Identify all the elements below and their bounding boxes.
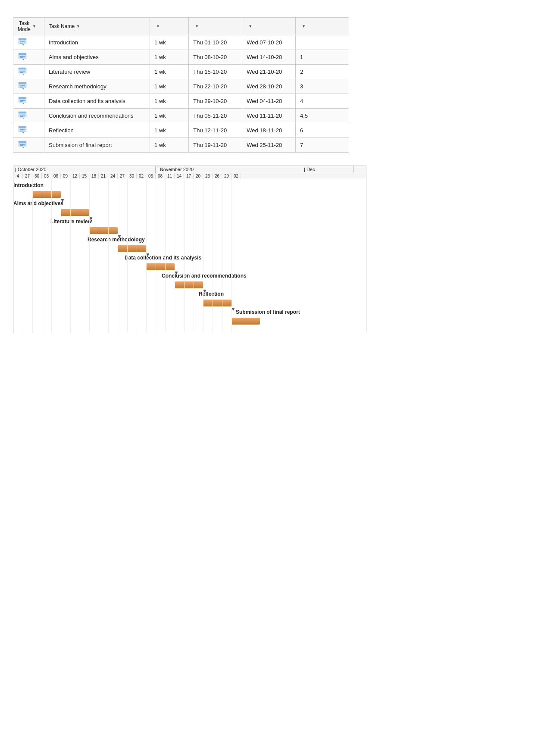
sort-icon-task-mode[interactable]: ▼ — [32, 24, 36, 28]
gantt-day-label: 21 — [99, 173, 108, 179]
gantt-chart: | October 2020| November 2020| Dec 42730… — [13, 166, 366, 333]
task-mode-icon — [18, 53, 27, 60]
gantt-day-label: 27 — [118, 173, 127, 179]
svg-marker-39 — [22, 147, 24, 148]
cell-finish: Wed 18-11-20 — [242, 123, 296, 138]
gantt-bar — [61, 209, 89, 216]
sort-icon-task-name[interactable]: ▼ — [76, 24, 80, 28]
gantt-day-label: 4 — [13, 173, 23, 179]
cell-start: Thu 01-10-20 — [189, 35, 242, 50]
cell-duration: 1 wk — [150, 94, 189, 109]
cell-task-name: Conclusion and recommendations — [44, 109, 150, 123]
gantt-bar — [118, 245, 146, 252]
cell-predecessors — [296, 35, 349, 50]
gantt-day-label: 08 — [156, 173, 165, 179]
gantt-grid-line — [23, 179, 23, 333]
col-header-duration[interactable]: ▼ — [150, 18, 189, 35]
gantt-row: Introduction▼ — [13, 181, 366, 200]
sort-icon-finish[interactable]: ▼ — [248, 24, 252, 28]
cell-task-name: Research methodology — [44, 79, 150, 94]
sort-icon-predecessors[interactable]: ▼ — [302, 24, 306, 28]
cell-duration: 1 wk — [150, 50, 189, 65]
gantt-day-label: 26 — [213, 173, 222, 179]
gantt-grid-line — [70, 179, 71, 333]
gantt-grid-line — [156, 179, 156, 333]
gantt-day-label: 15 — [80, 173, 89, 179]
cell-task-name: Data collection and its analysis — [44, 94, 150, 109]
col-header-predecessors[interactable]: ▼ — [296, 18, 349, 35]
sort-icon-duration[interactable]: ▼ — [156, 24, 160, 28]
svg-rect-36 — [19, 141, 26, 143]
gantt-grid-line — [99, 179, 99, 333]
gantt-row: Conclusion and recommendations▼ — [13, 272, 366, 290]
cell-predecessors: 4,5 — [296, 109, 349, 123]
gantt-body: Introduction▼Aims and objectives▼Literat… — [13, 179, 366, 333]
svg-marker-19 — [22, 88, 24, 90]
cell-predecessors: 1 — [296, 50, 349, 65]
gantt-day-label: 30 — [32, 173, 42, 179]
svg-rect-6 — [19, 53, 26, 55]
gantt-task-label: Data collection and its analysis — [125, 255, 201, 261]
sort-icon-start[interactable]: ▼ — [195, 24, 199, 28]
gantt-bar — [203, 300, 232, 306]
gantt-grid-line — [232, 179, 232, 333]
gantt-grid-line — [42, 179, 42, 333]
gantt-grid-line — [108, 179, 109, 333]
gantt-month-label: | Dec — [302, 166, 354, 173]
task-table-section: TaskMode ▼ Task Name ▼ ▼ — [13, 17, 522, 153]
gantt-bar — [175, 281, 203, 288]
gantt-bar — [232, 318, 260, 325]
cell-finish: Wed 07-10-20 — [242, 35, 296, 50]
svg-marker-24 — [22, 103, 24, 104]
gantt-month-header: | October 2020| November 2020| Dec — [13, 166, 366, 173]
gantt-grid-line — [127, 179, 128, 333]
cell-start: Thu 22-10-20 — [189, 79, 242, 94]
cell-task-mode — [13, 79, 44, 94]
cell-task-mode — [13, 138, 44, 153]
cell-duration: 1 wk — [150, 79, 189, 94]
gantt-grid-line — [146, 179, 147, 333]
cell-task-name: Introduction — [44, 35, 150, 50]
svg-rect-1 — [19, 38, 26, 40]
cell-predecessors: 6 — [296, 123, 349, 138]
cell-predecessors: 2 — [296, 65, 349, 79]
cell-task-mode — [13, 123, 44, 138]
cell-task-mode — [13, 65, 44, 79]
gantt-grid-line — [61, 179, 61, 333]
gantt-day-label: 17 — [184, 173, 194, 179]
cell-start: Thu 15-10-20 — [189, 65, 242, 79]
col-header-finish[interactable]: ▼ — [242, 18, 296, 35]
cell-duration: 1 wk — [150, 109, 189, 123]
cell-duration: 1 wk — [150, 123, 189, 138]
svg-marker-29 — [22, 118, 24, 119]
svg-rect-16 — [19, 82, 26, 84]
gantt-day-label: 12 — [70, 173, 80, 179]
col-header-start[interactable]: ▼ — [189, 18, 242, 35]
gantt-month-label: | November 2020 — [156, 166, 302, 173]
gantt-day-label: 03 — [42, 173, 51, 179]
svg-rect-11 — [19, 68, 26, 69]
cell-finish: Wed 25-11-20 — [242, 138, 296, 153]
gantt-row: Data collection and its analysis▼ — [13, 254, 366, 272]
cell-task-name: Reflection — [44, 123, 150, 138]
gantt-bar — [89, 227, 118, 234]
gantt-day-label: 02 — [137, 173, 146, 179]
gantt-task-label: Submission of final report — [236, 309, 300, 315]
col-header-task-mode[interactable]: TaskMode ▼ — [13, 18, 44, 35]
cell-predecessors: 4 — [296, 94, 349, 109]
cell-task-name: Literature review — [44, 65, 150, 79]
gantt-grid-line — [32, 179, 33, 333]
cell-start: Thu 19-11-20 — [189, 138, 242, 153]
col-header-task-name[interactable]: Task Name ▼ — [44, 18, 150, 35]
gantt-bar — [146, 263, 175, 270]
table-row: Literature review1 wkThu 15-10-20Wed 21-… — [13, 65, 349, 79]
task-mode-icon — [18, 141, 27, 148]
svg-marker-34 — [22, 132, 24, 134]
gantt-grid-line — [203, 179, 203, 333]
cell-finish: Wed 11-11-20 — [242, 109, 296, 123]
svg-marker-14 — [22, 74, 24, 75]
task-mode-icon — [18, 38, 27, 46]
gantt-bar — [32, 191, 61, 198]
gantt-task-label: Introduction — [13, 182, 44, 188]
gantt-day-header: 4273003060912151821242730020508111417202… — [13, 173, 366, 179]
